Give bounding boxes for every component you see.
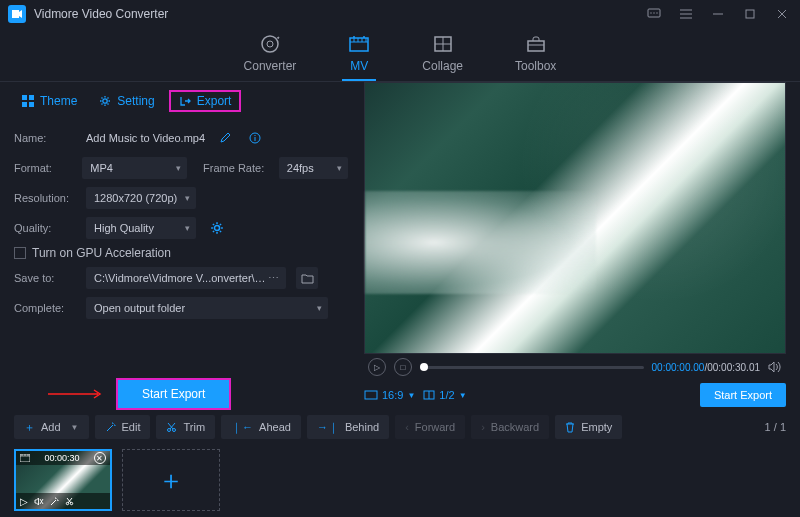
remove-clip-icon[interactable]: ✕ [94,452,106,464]
clip-thumbnail[interactable]: 00:00:30 ✕ ▷ [14,449,112,511]
scissors-icon [166,422,177,433]
start-export-button[interactable]: Start Export [116,378,231,410]
subtab-export[interactable]: Export [169,90,242,112]
add-button[interactable]: ＋Add▼ [14,415,89,439]
theme-icon [22,95,34,107]
gpu-checkbox[interactable]: Turn on GPU Acceleration [14,246,348,260]
gpu-label: Turn on GPU Acceleration [32,246,171,260]
aspect-ratio-select[interactable]: 16:9 ▼ [364,389,415,401]
chevron-down-icon: ▼ [459,391,467,400]
svg-point-3 [656,12,657,13]
edit-clip-icon[interactable] [50,497,59,506]
export-icon [179,95,191,107]
framerate-label: Frame Rate: [203,162,269,174]
forward-icon: ‹ [405,421,409,433]
resolution-label: Resolution: [14,192,76,204]
svg-rect-13 [29,95,34,100]
app-title: Vidmore Video Converter [34,7,644,21]
svg-rect-4 [746,10,754,18]
forward-button[interactable]: ‹Forward [395,415,465,439]
complete-label: Complete: [14,302,76,314]
page-select[interactable]: 1/2 ▼ [423,389,466,401]
info-icon[interactable] [245,132,265,144]
edit-button[interactable]: Edit [95,415,151,439]
quality-select[interactable]: High Quality [86,217,196,239]
edit-name-icon[interactable] [215,132,235,144]
clip-duration: 00:00:30 [44,453,79,463]
open-folder-icon[interactable] [296,267,318,289]
svg-point-8 [353,36,355,38]
name-value: Add Music to Video.mp4 [86,132,205,144]
tab-converter[interactable]: Converter [238,29,303,81]
collage-icon [432,33,454,55]
ahead-button[interactable]: ｜←Ahead [221,415,301,439]
stop-button[interactable]: □ [394,358,412,376]
thumbnail-tray: 00:00:30 ✕ ▷ ＋ [0,444,800,516]
tab-toolbox-label: Toolbox [515,59,556,73]
format-select[interactable]: MP4 [82,157,187,179]
svg-point-18 [214,225,219,230]
clip-toolbar: ＋Add▼ Edit Trim ｜←Ahead →｜Behind ‹Forwar… [0,410,800,444]
tab-toolbox[interactable]: Toolbox [509,29,562,81]
volume-icon[interactable] [768,361,782,373]
behind-button[interactable]: →｜Behind [307,415,389,439]
setting-icon [99,95,111,107]
trash-icon [565,422,575,433]
svg-rect-14 [22,102,27,107]
quality-label: Quality: [14,222,76,234]
format-label: Format: [14,162,72,174]
toolbox-icon [525,33,547,55]
svg-point-9 [363,36,365,38]
name-label: Name: [14,132,76,144]
subtab-theme-label: Theme [40,94,77,108]
tab-collage[interactable]: Collage [416,29,469,81]
converter-icon [259,33,281,55]
mute-icon[interactable] [34,497,44,506]
titlebar: Vidmore Video Converter [0,0,800,28]
subtab-setting-label: Setting [117,94,154,108]
page-icon [423,390,435,400]
subtab-theme[interactable]: Theme [14,90,85,112]
subtab-export-label: Export [197,94,232,108]
plus-icon: ＋ [24,420,35,435]
trim-clip-icon[interactable] [65,497,74,506]
play-button[interactable]: ▷ [368,358,386,376]
complete-select[interactable]: Open output folder [86,297,328,319]
svg-point-16 [103,99,107,103]
backward-icon: › [481,421,485,433]
empty-button[interactable]: Empty [555,415,622,439]
framerate-select[interactable]: 24fps [279,157,348,179]
close-icon[interactable] [772,6,792,22]
backward-button[interactable]: ›Backward [471,415,549,439]
chevron-down-icon: ▼ [407,391,415,400]
svg-rect-15 [29,102,34,107]
start-export-button-right[interactable]: Start Export [700,383,786,407]
menu-icon[interactable] [676,6,696,22]
chat-icon[interactable] [644,6,664,22]
play-icon[interactable]: ▷ [20,496,28,507]
svg-rect-12 [22,95,27,100]
app-logo [8,5,26,23]
preview-pane [364,82,786,354]
quality-settings-icon[interactable] [206,221,228,235]
seek-track[interactable] [420,366,644,369]
arrow-annotation [46,388,106,400]
tab-collage-label: Collage [422,59,463,73]
time-display: 00:00:00.00/00:00:30.01 [652,362,760,373]
aspect-icon [364,390,378,400]
resolution-select[interactable]: 1280x720 (720p) [86,187,196,209]
subtab-setting[interactable]: Setting [91,90,162,112]
svg-point-1 [650,12,651,13]
tab-converter-label: Converter [244,59,297,73]
top-nav: Converter MV Collage Toolbox [0,28,800,82]
maximize-icon[interactable] [740,6,760,22]
trim-button[interactable]: Trim [156,415,215,439]
player-bar: ▷ □ 00:00:00.00/00:00:30.01 [364,354,786,380]
tab-mv-label: MV [350,59,368,73]
saveto-path[interactable]: C:\Vidmore\Vidmore V...onverter\MV Expor… [86,267,286,289]
add-clip-button[interactable]: ＋ [122,449,220,511]
svg-rect-7 [350,38,368,51]
minimize-icon[interactable] [708,6,728,22]
tab-mv[interactable]: MV [342,29,376,81]
saveto-label: Save to: [14,272,76,284]
